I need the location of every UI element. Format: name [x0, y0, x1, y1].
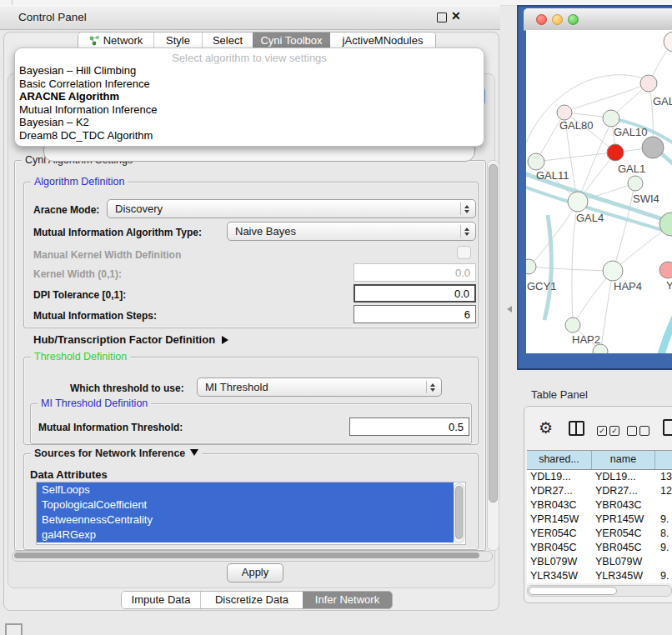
which-threshold-combo[interactable]: MI Threshold: [197, 378, 442, 397]
aracne-mode-combo[interactable]: Discovery: [107, 199, 476, 218]
table-cell: YBR045C: [592, 541, 655, 555]
sources-toggle[interactable]: Sources for Network Inference: [31, 448, 202, 459]
mac-zoom-button[interactable]: [568, 14, 579, 25]
clear-all-checkboxes-icon[interactable]: [627, 422, 652, 438]
kernel-width-field[interactable]: 0.0: [354, 263, 476, 282]
table-cell: YBL079W: [592, 555, 655, 569]
table-row[interactable]: YER054CYER054C8.: [527, 527, 672, 541]
hub-definition-label: Hub/Transcription Factor Definition: [33, 333, 215, 346]
select-all-checkboxes-icon[interactable]: ✓✓: [597, 422, 622, 438]
mi-steps-field[interactable]: 6: [354, 305, 476, 323]
network-node-hap4[interactable]: [603, 261, 623, 281]
column-header-extra[interactable]: [655, 451, 672, 469]
settings-hscrollbar-thumb[interactable]: [14, 552, 479, 558]
collapse-left-icon[interactable]: [507, 306, 512, 312]
file-icon[interactable]: [663, 419, 672, 436]
tab-cyni-toolbox[interactable]: Cyni Toolbox: [253, 32, 330, 49]
network-node-gal80[interactable]: [557, 105, 572, 120]
algorithm-option[interactable]: Bayesian – K2: [15, 116, 484, 129]
gear-icon[interactable]: ⚙: [539, 418, 553, 438]
data-attribute-item[interactable]: gal4RGexp: [37, 528, 454, 542]
network-node-gal1[interactable]: [607, 144, 624, 161]
network-node[interactable]: [642, 137, 664, 158]
data-attribute-item[interactable]: BetweennessCentrality: [37, 512, 454, 528]
control-panel-title: Control Panel: [18, 11, 87, 23]
aracne-mode-value: Discovery: [115, 202, 163, 215]
network-node-gal11[interactable]: [528, 153, 544, 170]
network-node-label: GAL: [653, 95, 672, 108]
network-node-hap2[interactable]: [565, 318, 580, 332]
table-cell: YBR043C: [527, 498, 592, 512]
apply-button[interactable]: Apply: [227, 563, 283, 582]
network-node-gal4[interactable]: [568, 192, 588, 212]
column-header-name[interactable]: name: [592, 451, 655, 469]
table-hscrollbar[interactable]: [527, 585, 672, 597]
data-attributes-label: Data Attributes: [30, 468, 108, 481]
algorithm-option[interactable]: Bayesian – Hill Climbing: [15, 64, 484, 78]
network-node-gal[interactable]: [640, 75, 657, 92]
table-cell: YBL079W: [527, 555, 592, 569]
chevron-updown-icon: [460, 225, 473, 238]
data-attribute-item[interactable]: SelfLoops: [37, 482, 454, 498]
attr-list-scrollbar[interactable]: [454, 483, 464, 543]
column-header-shared[interactable]: shared...: [527, 451, 592, 469]
chevron-updown-icon: [460, 202, 473, 215]
network-node-label: Y: [666, 279, 672, 292]
table-body: YDL19...YDL19...13YDR27...YDR27...12YBR0…: [527, 470, 672, 583]
algorithm-option[interactable]: Mutual Information Inference: [15, 103, 484, 117]
table-row[interactable]: YBR045CYBR045C9.: [527, 541, 672, 555]
tab-select[interactable]: Select: [202, 32, 253, 49]
mac-close-button[interactable]: [536, 14, 547, 25]
network-node[interactable]: [664, 32, 672, 52]
network-svg: GALGAL80GAL10GAL1GAL11SWI4GAL4GCY1HAP4YH…: [526, 30, 672, 353]
network-node-y[interactable]: [659, 262, 672, 278]
table-cell: 8.: [655, 527, 672, 541]
table-hscrollbar-thumb[interactable]: [529, 587, 617, 595]
network-window-titlebar[interactable]: [524, 8, 672, 31]
attr-scrollbar-thumb[interactable]: [455, 486, 463, 539]
table-row[interactable]: YDL19...YDL19...13: [527, 470, 672, 484]
hub-definition-toggle[interactable]: Hub/Transcription Factor Definition: [33, 333, 228, 346]
table-row[interactable]: YBR043CYBR043C: [527, 498, 672, 512]
tab-style[interactable]: Style: [153, 32, 202, 49]
manual-kernel-checkbox[interactable]: [457, 246, 471, 259]
close-icon[interactable]: ✕: [451, 9, 461, 22]
algorithm-definition-title: Algorithm Definition: [31, 176, 128, 188]
mi-threshold-field[interactable]: 0.5: [349, 418, 469, 436]
table-cell: [655, 498, 672, 512]
network-node-gal10[interactable]: [603, 110, 619, 127]
mi-type-combo[interactable]: Naive Bayes: [227, 222, 476, 241]
tab-jactivemnodules[interactable]: jActiveMNodules: [330, 32, 435, 49]
dpi-tolerance-label: DPI Tolerance [0,1]:: [33, 289, 126, 301]
table-row[interactable]: YPR145WYPR145W9.: [527, 512, 672, 527]
collapsed-panel-icon[interactable]: [5, 623, 23, 635]
mac-minimize-button[interactable]: [552, 14, 563, 25]
tab-infer-network[interactable]: Infer Network: [303, 592, 392, 608]
tab-impute-data[interactable]: Impute Data: [122, 592, 200, 608]
dpi-tolerance-field[interactable]: 0.0: [354, 284, 476, 302]
settings-scrollbar[interactable]: [487, 160, 499, 551]
table-row[interactable]: YLR345WYLR345W9.: [527, 569, 672, 583]
algorithm-option[interactable]: Basic Correlation Inference: [15, 78, 484, 91]
screen: Control Panel ✕ Network Style Select Cyn…: [0, 0, 672, 635]
sources-title: Sources for Network Inference: [34, 448, 185, 459]
table-cell: YPR145W: [592, 512, 655, 527]
table-row[interactable]: YBL079WYBL079W: [527, 555, 672, 569]
table-row[interactable]: YDR27...YDR27...12: [527, 484, 672, 498]
network-node-label: HAP2: [572, 333, 600, 346]
settings-scrollbar-thumb[interactable]: [489, 164, 498, 502]
settings-hscrollbar[interactable]: [12, 551, 493, 562]
algorithm-option[interactable]: ARACNE Algorithm: [15, 90, 484, 103]
tab-discretize-data[interactable]: Discretize Data: [200, 592, 303, 608]
network-canvas[interactable]: GALGAL80GAL10GAL1GAL11SWI4GAL4GCY1HAP4YH…: [526, 30, 672, 353]
float-window-icon[interactable]: [437, 12, 447, 22]
table-cell: YDR27...: [592, 484, 655, 498]
data-attribute-item[interactable]: TopologicalCoefficient: [37, 498, 454, 512]
columns-icon[interactable]: [569, 421, 584, 436]
algorithm-option[interactable]: Dream8 DC_TDC Algorithm: [15, 129, 484, 142]
bottom-tabbar: Impute Data Discretize Data Infer Networ…: [121, 591, 393, 609]
network-node-swi4[interactable]: [628, 176, 643, 191]
table-cell: YDR27...: [527, 484, 592, 498]
tab-network[interactable]: Network: [78, 32, 153, 49]
tab-label: Style: [166, 34, 190, 47]
